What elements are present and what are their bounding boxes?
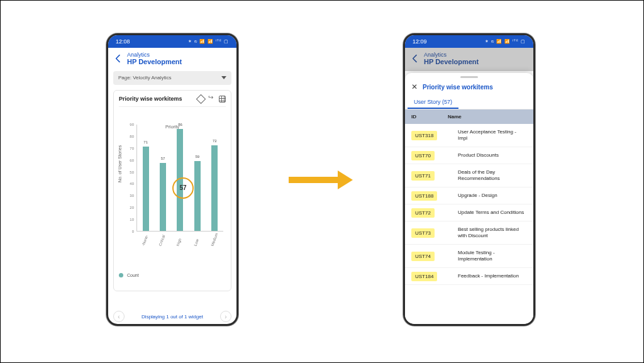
row-name: Deals of the Day Recommendations: [448, 169, 527, 182]
tab-user-story[interactable]: User Story (57): [408, 96, 458, 109]
table-header: ID Name: [405, 109, 533, 124]
breadcrumb-parent: Analytics: [424, 52, 479, 58]
bottom-sheet: ✕ Priority wise workitems User Story (57…: [405, 73, 533, 324]
y-tick-label: 80: [130, 135, 134, 138]
pager-status: Displaying 1 out of 1 widget: [142, 314, 203, 320]
back-icon[interactable]: [113, 53, 123, 64]
export-icon[interactable]: [208, 96, 215, 103]
status-time: 12:08: [116, 38, 130, 45]
page-selector-label: Page: Velocity Analytics: [118, 75, 172, 81]
sheet-title: Priority wise workitems: [423, 84, 493, 91]
table-view-icon[interactable]: [219, 96, 226, 103]
breadcrumb-parent: Analytics: [127, 52, 182, 58]
y-tick-label: 70: [130, 147, 134, 150]
row-name: Update Terms and Conditions: [448, 209, 527, 216]
highlight-value: 57: [179, 184, 186, 191]
id-pill[interactable]: UST184: [411, 272, 437, 281]
chevron-down-icon: [221, 76, 226, 79]
pager-prev[interactable]: ‹: [113, 311, 125, 322]
bar[interactable]: 57: [160, 163, 166, 231]
chart[interactable]: No. of User Stories 0102030405060708090 …: [119, 125, 226, 250]
widget-pager: ‹ Displaying 1 out of 1 widget ›: [108, 311, 236, 322]
breadcrumb: Analytics HP Development: [108, 48, 236, 71]
status-icons: ✶ ⎋ 📶 📶 ᴵᵀᴱ ▢: [485, 39, 526, 44]
id-pill[interactable]: UST73: [411, 228, 435, 238]
bar-value-label: 86: [178, 123, 182, 126]
close-icon[interactable]: ✕: [411, 82, 418, 91]
y-tick-label: 0: [132, 230, 134, 233]
bar[interactable]: 59: [194, 161, 201, 231]
x-tick-label: -None-: [141, 233, 149, 247]
id-pill[interactable]: UST318: [411, 131, 437, 140]
y-tick-label: 10: [130, 218, 134, 221]
table-row[interactable]: UST184Feedback - Implementation: [405, 268, 533, 285]
table-body[interactable]: UST318User Acceptance Testing - ImplUST7…: [405, 124, 533, 285]
status-time: 12:09: [413, 38, 427, 45]
bar[interactable]: 71: [143, 147, 149, 231]
status-icons: ✶ ⎋ 📶 📶 ᴵᵀᴱ ▢: [188, 39, 229, 44]
statusbar: 12:08 ✶ ⎋ 📶 📶 ᴵᵀᴱ ▢: [108, 35, 236, 48]
pin-icon[interactable]: [196, 94, 206, 104]
table-row[interactable]: UST70Product Discounts: [405, 147, 533, 164]
row-name: Feedback - Implementation: [448, 273, 527, 279]
bar-value-label: 72: [213, 139, 217, 143]
plot-area[interactable]: 7157865972 57: [136, 125, 223, 232]
table-row[interactable]: UST74Module Testing - Implementation: [405, 245, 533, 268]
y-tick-label: 40: [130, 182, 134, 186]
legend: Count: [119, 273, 226, 277]
statusbar: 12:09 ✶ ⎋ 📶 📶 ᴵᵀᴱ ▢: [405, 35, 533, 48]
y-tick-label: 20: [130, 206, 134, 209]
legend-label: Count: [127, 273, 139, 277]
y-axis-label: No. of User Stories: [118, 145, 122, 182]
highlight-ring[interactable]: 57: [172, 177, 194, 199]
flow-arrow-icon: [289, 170, 358, 189]
x-tick-label: Medium: [211, 233, 219, 247]
widget-title: Priority wise workitems: [119, 96, 182, 102]
x-tick-label: Low: [193, 233, 201, 247]
row-name: User Acceptance Testing - Impl: [448, 129, 527, 142]
breadcrumb: Analytics HP Development: [405, 48, 533, 71]
id-pill[interactable]: UST70: [411, 151, 435, 160]
table-row[interactable]: UST73Best selling products linked with D…: [405, 221, 533, 245]
page-title: HP Development: [424, 58, 479, 66]
id-pill[interactable]: UST188: [411, 191, 437, 201]
id-pill[interactable]: UST74: [411, 252, 435, 261]
drag-handle[interactable]: [460, 76, 478, 78]
y-tick-label: 30: [130, 194, 134, 198]
x-tick-label: Critical: [158, 233, 167, 247]
row-name: Best selling products linked with Discou…: [448, 226, 527, 239]
phone-right: 12:09 ✶ ⎋ 📶 📶 ᴵᵀᴱ ▢ Analytics HP Develop…: [403, 33, 535, 326]
table-row[interactable]: UST318User Acceptance Testing - Impl: [405, 124, 533, 147]
pager-next[interactable]: ›: [220, 311, 231, 322]
phone-left: 12:08 ✶ ⎋ 📶 📶 ᴵᵀᴱ ▢ Analytics HP Develop…: [106, 33, 238, 326]
bar[interactable]: 72: [211, 145, 218, 231]
bar-value-label: 57: [161, 157, 165, 160]
row-name: Product Discounts: [448, 152, 527, 159]
y-tick-label: 60: [130, 159, 134, 162]
id-pill[interactable]: UST71: [411, 171, 435, 181]
page-selector[interactable]: Page: Velocity Analytics: [113, 71, 231, 85]
x-tick-label: High: [176, 233, 184, 247]
widget-card: Priority wise workitems No. of User Stor…: [113, 90, 231, 291]
back-icon[interactable]: [410, 53, 420, 64]
table-row[interactable]: UST72Update Terms and Conditions: [405, 204, 533, 221]
table-row[interactable]: UST71Deals of the Day Recommendations: [405, 164, 533, 187]
y-tick-label: 90: [130, 123, 134, 126]
table-row[interactable]: UST188Upgrade - Design: [405, 187, 533, 204]
y-tick-label: 50: [130, 170, 134, 174]
page-title: HP Development: [127, 58, 182, 66]
legend-swatch-icon: [119, 273, 123, 277]
col-header-name: Name: [448, 114, 527, 120]
row-name: Module Testing - Implementation: [448, 250, 527, 262]
bar-value-label: 71: [143, 140, 148, 144]
row-name: Upgrade - Design: [448, 193, 527, 199]
col-header-id: ID: [411, 114, 448, 120]
id-pill[interactable]: UST72: [411, 208, 435, 218]
bar-value-label: 59: [196, 155, 200, 159]
